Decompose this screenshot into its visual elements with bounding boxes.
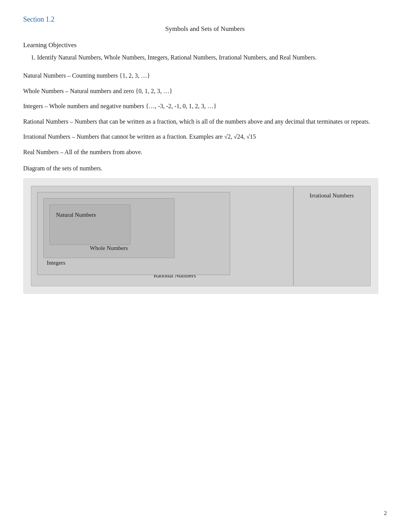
rational-term: Rational Numbers [23,118,68,125]
irrational-separator: – [70,133,75,140]
irrational-box: Irrational Numbers [293,186,371,286]
rational-box: Rational Numbers Integers Whole Numbers … [31,186,293,286]
rational-definition: Numbers that can be written as a fractio… [73,118,370,125]
integers-term: Integers [23,103,43,109]
real-term: Real Numbers [23,149,59,155]
irrational-box-label: Irrational Numbers [293,192,370,199]
integers-box: Integers Whole Numbers Natural Numbers [37,192,230,275]
natural-numbers-definition: Natural Numbers – Counting numbers {1, 2… [23,71,387,81]
integers-separator: – [43,103,48,109]
diagram-intro: Diagram of the sets of numbers. [23,165,387,172]
page-title: Symbols and Sets of Numbers [23,25,387,33]
objectives-list: Identify Natural Numbers, Whole Numbers,… [37,53,387,62]
whole-numbers-box-label: Whole Numbers [90,245,128,252]
rational-separator: – [68,118,73,125]
real-separator: – [59,149,63,155]
irrational-definition-text: Numbers that cannot be written as a frac… [75,133,256,140]
sets-diagram: Rational Numbers Integers Whole Numbers … [23,178,378,294]
irrational-term: Irrational Numbers [23,133,70,140]
natural-definition: Counting numbers {1, 2, 3, …} [71,72,150,79]
objective-item-1: Identify Natural Numbers, Whole Numbers,… [37,53,387,62]
section-label: Section 1.2 [23,15,387,24]
real-definition: All of the numbers from above. [63,149,142,155]
integers-box-label: Integers [47,260,65,266]
natural-numbers-box-label: Natural Numbers [56,212,96,218]
natural-numbers-box: Natural Numbers [49,204,130,245]
whole-term: Whole Numbers [23,88,64,94]
whole-numbers-box: Whole Numbers Natural Numbers [43,198,175,258]
whole-numbers-definition: Whole Numbers – Natural numbers and zero… [23,86,387,96]
learning-objectives-heading: Learning Objectives [23,41,387,49]
natural-separator: – [66,72,71,79]
whole-separator: – [64,88,68,94]
real-numbers-definition: Real Numbers – All of the numbers from a… [23,147,387,157]
whole-definition: Natural numbers and zero {0, 1, 2, 3, …} [68,88,172,94]
page: Section 1.2 Symbols and Sets of Numbers … [0,0,410,532]
page-number: 2 [384,510,387,517]
integers-definition: Integers – Whole numbers and negative nu… [23,101,387,111]
natural-term: Natural Numbers [23,72,66,79]
integers-definition: Whole numbers and negative numbers {…, -… [48,103,217,109]
rational-numbers-definition: Rational Numbers – Numbers that can be w… [23,117,387,127]
irrational-numbers-definition: Irrational Numbers – Numbers that cannot… [23,132,387,142]
